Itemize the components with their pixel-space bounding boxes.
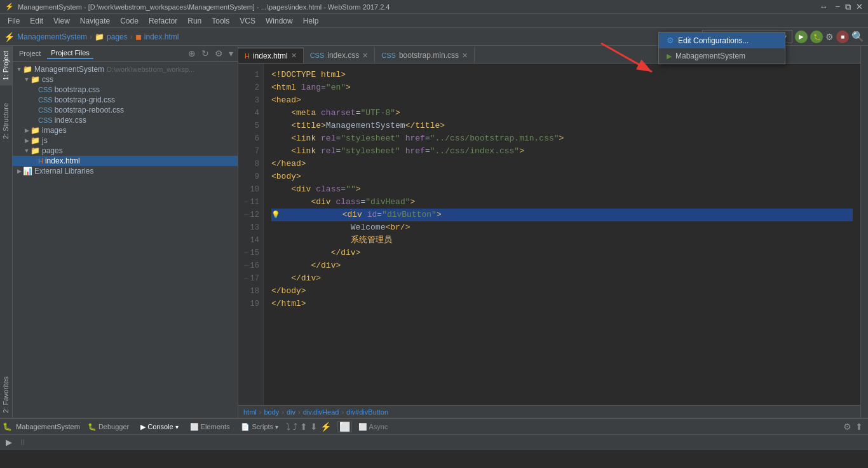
code-editor[interactable]: 1 2 3 4 5 6 7 8 9 10 —11 —12 13 14 —15 —…	[238, 64, 860, 405]
panel-expand-btn[interactable]: ▾	[227, 48, 235, 59]
debug-tab-scripts[interactable]: 📄 Scripts ▾	[237, 422, 282, 432]
run-to-cursor-icon[interactable]: ⬇	[310, 422, 318, 432]
dropdown-item-management[interactable]: ▶ MabagementSystem	[659, 48, 785, 64]
debug-expand-icon[interactable]: ⬆	[855, 422, 863, 432]
bc-div[interactable]: div	[287, 408, 295, 416]
tree-file-bootstrap-css[interactable]: CSS bootstrap.css	[13, 85, 238, 95]
tree-file-index-css[interactable]: CSS index.css	[13, 115, 238, 125]
tab-css-label-2: bootstrap.min.css	[399, 51, 459, 60]
tab-css-close-1[interactable]: ✕	[362, 52, 368, 60]
debug-tab-elements[interactable]: ⬜ Elements	[186, 422, 234, 432]
tree-label-index-css: index.css	[55, 116, 86, 125]
menu-tools[interactable]: Tools	[207, 15, 234, 27]
menu-window[interactable]: Window	[261, 15, 298, 27]
menu-view[interactable]: View	[48, 15, 75, 27]
tree-external-libs[interactable]: ▶ 📊 External Libraries	[13, 166, 238, 176]
debug-button[interactable]: 🐛	[810, 31, 823, 43]
bc-div-head[interactable]: div.divHead	[303, 408, 339, 416]
minimize-btn[interactable]: −	[835, 2, 840, 11]
stop-button[interactable]: ■	[836, 31, 849, 43]
menu-code[interactable]: Code	[115, 15, 144, 27]
tab-css-close-2[interactable]: ✕	[462, 52, 468, 60]
tree-folder-pages[interactable]: ▼ 📁 pages	[13, 146, 238, 156]
search-icon[interactable]: 🔍	[851, 31, 864, 43]
dropdown-edit-label: Edit Configurations...	[678, 36, 749, 45]
tab-index-css[interactable]: CSS index.css ✕	[304, 48, 376, 63]
debug-settings-icon[interactable]: ⚙	[843, 422, 851, 432]
menu-navigate[interactable]: Navigate	[75, 15, 115, 27]
scripts-icon: 📄	[241, 423, 250, 431]
step-into-icon[interactable]: ⤵	[286, 422, 290, 432]
bc-body[interactable]: body	[264, 408, 279, 416]
console-label: Console	[147, 423, 173, 430]
panel-settings-btn[interactable]: ⚙	[213, 48, 225, 59]
step-out-icon[interactable]: ⬆	[300, 422, 308, 432]
step-over-icon[interactable]: ⤴	[293, 422, 297, 432]
main-area: 1: Project 2: Structure 2: Favorites Pro…	[0, 46, 868, 418]
app-icon-toolbar: ⚡	[4, 32, 15, 42]
tab-css-icon-1: CSS	[310, 52, 325, 59]
tree-root[interactable]: ▼ 📁 ManagementSystem D:\work\webstrom_wo…	[13, 64, 238, 74]
tree-folder-images[interactable]: ▶ 📁 images	[13, 125, 238, 135]
debug-pause-icon[interactable]: ⏸	[17, 437, 29, 447]
bc-div-button[interactable]: div#divButton	[346, 408, 388, 416]
layout-1-icon[interactable]: ⬜	[337, 421, 352, 432]
panel-tab-project[interactable]: Project	[15, 48, 44, 59]
close-btn[interactable]: ✕	[856, 2, 863, 11]
menu-run[interactable]: Run	[182, 15, 207, 27]
folder-icon-pages: 📁	[31, 146, 40, 155]
maximize-btn[interactable]: ⧉	[845, 2, 851, 12]
evaluate-icon[interactable]: ⚡	[320, 422, 331, 432]
coverage-btn[interactable]: ⚙	[825, 32, 834, 42]
tree-folder-js[interactable]: ▶ 📁 js	[13, 135, 238, 146]
breadcrumb-pages[interactable]: pages	[107, 32, 128, 41]
menu-edit[interactable]: Edit	[25, 15, 48, 27]
menu-file[interactable]: File	[3, 15, 25, 27]
elements-icon: ⬜	[190, 423, 199, 431]
bottom-panel: 🐛 MabagementSystem 🐛 Debugger ▶ Console …	[0, 418, 868, 468]
code-content[interactable]: <!DOCTYPE html> <html lang="en"> <head> …	[264, 64, 860, 405]
menu-help[interactable]: Help	[298, 15, 324, 27]
folder-icon-images: 📁	[31, 126, 40, 135]
debug-resume-icon[interactable]: ▶	[4, 437, 14, 447]
bc-html[interactable]: html	[243, 408, 257, 416]
panel-sync-btn[interactable]: ↻	[200, 48, 211, 59]
tree-file-index-html[interactable]: H index.html	[13, 156, 238, 166]
sidebar-tab-project[interactable]: 1: Project	[0, 46, 12, 85]
tree-file-bootstrap-grid[interactable]: CSS bootstrap-grid.css	[13, 95, 238, 105]
dropdown-management-label: MabagementSystem	[675, 52, 745, 60]
tab-css-icon-2: CSS	[381, 52, 396, 59]
menu-vcs[interactable]: VCS	[234, 15, 261, 27]
breadcrumb-file[interactable]: index.html	[144, 32, 179, 41]
dropdown-item-edit-config[interactable]: ⚙ Edit Configurations...	[659, 32, 785, 48]
debug-tab-debugger[interactable]: 🐛 Debugger	[84, 422, 133, 432]
sidebar-tab-structure[interactable]: 2: Structure	[0, 98, 12, 144]
panel-add-btn[interactable]: ⊕	[186, 48, 198, 59]
breadcrumb-management[interactable]: ManagementSystem	[17, 32, 87, 41]
debug-step-btns: ⤵ ⤴ ⬆ ⬇ ⚡	[286, 422, 331, 432]
panel-header-actions: ⊕ ↻ ⚙ ▾	[186, 48, 235, 59]
sidebar-tabs: 1: Project 2: Structure 2: Favorites	[0, 46, 13, 418]
tree-file-bootstrap-reboot[interactable]: CSS bootstrap-reboot.css	[13, 105, 238, 115]
arrow-btn[interactable]: ↔	[819, 2, 827, 11]
debug-tab-console[interactable]: ▶ Console ▾	[137, 422, 182, 432]
title-text: ManagementSystem - [D:\work\webstrom_wor…	[18, 3, 819, 11]
tab-bootstrap-css[interactable]: CSS bootstrap.min.css ✕	[375, 48, 475, 63]
project-panel: Project Project Files ⊕ ↻ ⚙ ▾ ▼ 📁 Manage…	[13, 46, 238, 418]
sidebar-tab-favorites[interactable]: 2: Favorites	[0, 371, 12, 418]
menu-refactor[interactable]: Refactor	[144, 15, 182, 27]
tree-arrow-css: ▼	[23, 76, 31, 83]
right-scrollbar[interactable]	[860, 46, 868, 418]
line-num-8: 8	[238, 158, 263, 170]
tab-html-close[interactable]: ✕	[291, 52, 297, 60]
tree-folder-css[interactable]: ▼ 📁 css	[13, 74, 238, 85]
line-numbers: 1 2 3 4 5 6 7 8 9 10 —11 —12 13 14 —15 —…	[238, 64, 264, 405]
tree-arrow-root: ▼	[15, 66, 23, 72]
tab-index-html[interactable]: H index.html ✕	[238, 48, 304, 63]
code-line-15: </div>	[271, 247, 853, 259]
tab-html-icon: H	[245, 52, 250, 60]
panel-tab-project-files[interactable]: Project Files	[47, 48, 93, 59]
tree-arrow-images: ▶	[23, 127, 31, 134]
run-button[interactable]: ▶	[795, 31, 808, 43]
line-num-10: 10	[238, 183, 263, 196]
